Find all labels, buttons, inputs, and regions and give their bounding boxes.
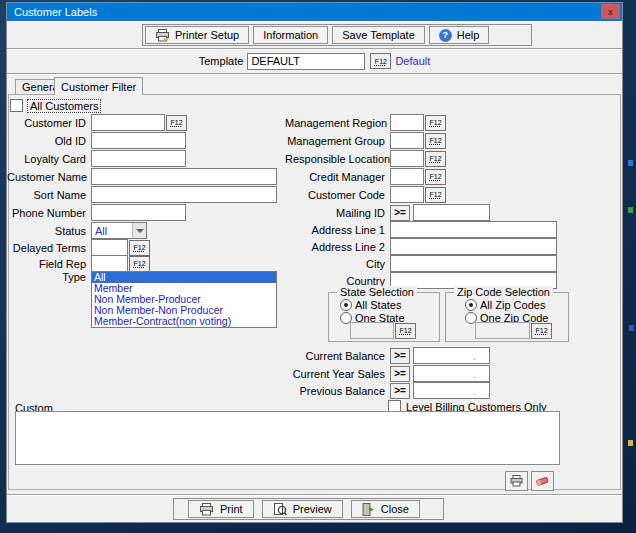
phone-number-label: Phone Number [7,207,91,219]
decimal-point: . [473,385,476,397]
previous-balance-input[interactable]: . [413,382,490,399]
preview-button[interactable]: Preview [262,500,343,518]
mailing-id-row: Mailing ID >= [285,204,490,221]
customer-id-row: Customer ID F12 [7,114,187,131]
phone-number-input[interactable] [91,204,186,221]
print-custom-button[interactable] [505,471,528,491]
phone-number-row: Phone Number [7,204,186,221]
all-zip-codes-radio[interactable] [465,299,477,311]
sort-name-input[interactable] [91,186,277,203]
one-state-lookup-button[interactable]: F12 [395,323,416,339]
type-option-member-contract[interactable]: Member-Contract(non voting) [92,316,276,327]
credit-manager-input[interactable] [390,168,424,185]
custom-textarea[interactable] [15,411,560,465]
address-line-2-input[interactable] [390,238,557,255]
state-selection-group: State Selection All States One State F12 [328,292,440,342]
field-rep-lookup-button[interactable]: F12 [129,256,150,272]
printer-setup-label: Printer Setup [175,29,239,41]
customer-labels-window: Customer Labels x Printer Setup Informat… [6,2,623,523]
loyalty-card-input[interactable] [91,150,186,167]
template-input[interactable] [247,53,365,70]
sort-name-label: Sort Name [7,189,91,201]
all-states-radio[interactable] [340,299,352,311]
current-year-sales-label: Current Year Sales [285,368,390,380]
field-rep-label: Field Rep [7,258,91,270]
divider [7,494,622,496]
state-selection-title: State Selection [337,286,417,298]
old-id-input[interactable] [91,132,186,149]
customer-code-input[interactable] [390,186,424,203]
management-group-label: Management Group [285,135,390,147]
customer-id-input[interactable] [91,114,165,131]
current-balance-input[interactable]: . [413,347,490,364]
template-lookup-button[interactable]: F12 [370,53,391,69]
type-listbox[interactable]: All Member Non Member-Producer Non Membe… [91,271,277,328]
address-line-1-label: Address Line 1 [285,224,390,236]
desktop-icon-fragment [628,207,633,213]
customer-id-label: Customer ID [7,117,91,129]
toolbar: Printer Setup Information Save Template … [142,24,532,46]
mailing-id-operator: >= [390,205,410,221]
management-group-lookup-button[interactable]: F12 [425,133,446,149]
chevron-down-icon[interactable] [132,223,146,238]
field-rep-row: Field Rep F12 [7,255,150,272]
help-button[interactable]: ? Help [429,26,490,44]
management-region-lookup-button[interactable]: F12 [425,115,446,131]
credit-manager-row: Credit Manager F12 [285,168,446,185]
address-line-2-row: Address Line 2 [285,238,557,255]
all-customers-checkbox[interactable] [10,99,23,112]
information-button[interactable]: Information [253,26,328,44]
customer-name-label: Customer Name [7,171,91,183]
previous-balance-label: Previous Balance [285,385,390,397]
close-window-button[interactable]: Close [351,500,420,518]
old-id-row: Old ID [7,132,186,149]
tab-customer-filter-label: Customer Filter [61,81,136,93]
customer-name-input[interactable] [91,168,277,185]
management-group-input[interactable] [390,132,424,149]
current-balance-operator: >= [390,348,410,364]
customer-code-lookup-button[interactable]: F12 [425,187,446,203]
one-zip-code-lookup-button[interactable]: F12 [531,323,552,339]
template-label: Template [199,55,244,67]
footer-button-bar: Print Preview Close [173,498,444,520]
clear-button[interactable] [531,471,554,491]
previous-balance-operator: >= [390,383,410,399]
current-balance-label: Current Balance [285,350,390,362]
responsible-location-input[interactable] [390,150,424,167]
print-button[interactable]: Print [188,500,254,518]
address-line-1-row: Address Line 1 [285,221,557,238]
customer-id-lookup-button[interactable]: F12 [166,115,187,131]
management-region-label: Management Region [285,117,390,129]
current-balance-row: Current Balance >= . [285,347,490,364]
responsible-location-lookup-button[interactable]: F12 [425,151,446,167]
type-row: Type All Member Non Member-Producer Non … [7,271,277,328]
loyalty-card-label: Loyalty Card [7,153,91,165]
preview-icon [273,503,287,516]
old-id-label: Old ID [7,135,91,147]
desktop-background: Customer Labels x Printer Setup Informat… [0,0,636,533]
printer-setup-button[interactable]: Printer Setup [145,26,249,44]
address-line-1-input[interactable] [390,221,557,238]
save-template-button[interactable]: Save Template [332,26,425,44]
management-region-input[interactable] [390,114,424,131]
window-titlebar[interactable]: Customer Labels x [7,3,622,21]
close-button[interactable]: x [601,4,620,19]
current-year-sales-input[interactable]: . [413,365,490,382]
desktop-icon-fragment [628,440,633,446]
preview-label: Preview [293,503,332,515]
printer-icon [510,475,524,487]
all-states-label: All States [355,299,401,311]
delayed-terms-input[interactable] [91,239,128,256]
tab-customer-filter[interactable]: Customer Filter [54,77,143,95]
status-dropdown[interactable]: All [91,222,147,239]
mailing-id-input[interactable] [413,204,490,221]
city-input[interactable] [390,255,557,272]
desktop-icon-fragment [629,325,634,331]
decimal-point: . [473,368,476,380]
help-icon: ? [439,29,452,42]
delayed-terms-lookup-button[interactable]: F12 [129,240,150,256]
field-rep-input[interactable] [91,255,128,272]
window-title: Customer Labels [14,6,97,18]
credit-manager-lookup-button[interactable]: F12 [425,169,446,185]
close-icon: x [608,7,613,17]
